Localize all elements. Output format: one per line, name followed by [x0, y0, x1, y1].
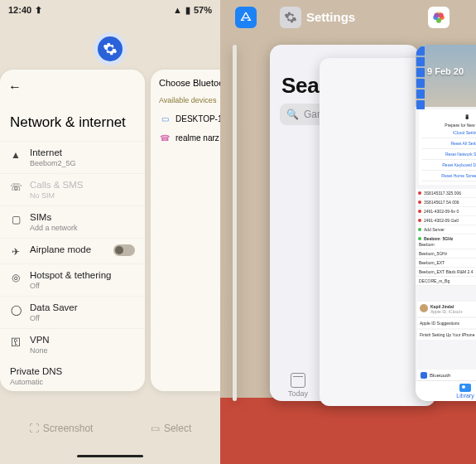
list-item[interactable]: 3S8145317.325.006: [416, 189, 476, 198]
row-label: Hotspot & tethering: [30, 270, 135, 280]
task-photos[interactable]: 9 Feb 20 📱 Prepare for New iPhone iCloud…: [416, 45, 476, 401]
wifi-item[interactable]: Beebom_5GHz: [416, 249, 476, 259]
wifi-item[interactable]: Beebom_EXT Black R&M 2.4: [416, 268, 476, 277]
recents-actions: ⛶ Screenshot ▭ Select: [0, 423, 220, 434]
row-private-dns[interactable]: Private DNS Automatic: [0, 360, 145, 391]
wifi-icon: ▲: [10, 149, 22, 161]
bluetooth-row[interactable]: Bluetooth: [417, 370, 476, 381]
wifi-address-list: 3S8145317.325.006 3S8145617.5A 006 2491-…: [416, 189, 476, 244]
status-time: 12:40: [8, 5, 31, 15]
bt-header: Choose Bluetooth: [159, 78, 220, 88]
row-sub: None: [30, 346, 135, 355]
bt-device[interactable]: ☎ realme narz: [159, 128, 220, 147]
select-icon: ▭: [151, 423, 160, 434]
settings-label: Settings: [306, 10, 355, 24]
upload-icon: ⬆: [35, 5, 42, 16]
row-label: Airplane mode: [30, 244, 105, 254]
row-calls-sms[interactable]: ☏ Calls & SMS No SIM: [0, 173, 145, 205]
gear-icon: [284, 11, 297, 24]
battery-icon: ▮: [185, 5, 190, 16]
avatar: [420, 304, 428, 312]
row-label: VPN: [30, 335, 135, 345]
wifi-item[interactable]: DECORE_rs_Bg: [416, 277, 476, 286]
photos-app-icon[interactable]: [428, 7, 450, 28]
network-internet-card[interactable]: ← Network & internet ▲ Internet Beebom2_…: [0, 70, 145, 391]
row-internet[interactable]: ▲ Internet Beebom2_5G: [0, 141, 145, 173]
list-item[interactable]: 2491-4302-09.Ge0: [416, 216, 476, 225]
wifi-icon: ▲: [173, 5, 182, 15]
row-label: Calls & SMS: [30, 180, 135, 190]
calendar-icon: [291, 373, 305, 388]
bt-device-name: DESKTOP-1: [175, 114, 220, 123]
android-screen: 12:40 ⬆ ▲ ▮ 57% ← Network & internet ▲ I…: [0, 0, 220, 464]
row-label: Private DNS: [10, 366, 135, 376]
select-button[interactable]: ▭ Select: [151, 423, 191, 434]
wifi-item[interactable]: Beebom: [416, 240, 476, 249]
list-item[interactable]: Add Server: [416, 225, 476, 234]
today-label: Today: [288, 389, 308, 398]
row-sub: Add a network: [30, 224, 135, 232]
bluetooth-card[interactable]: Choose Bluetooth Available devices ▭ DES…: [151, 70, 220, 391]
row-sub: Automatic: [10, 378, 135, 386]
library-tab[interactable]: Library: [416, 380, 476, 401]
data-saver-icon: ◯: [10, 304, 22, 316]
phone-icon: ☎: [159, 133, 171, 143]
screenshot-icon: ⛶: [29, 423, 39, 434]
library-label: Library: [456, 393, 474, 399]
gear-icon: [103, 41, 118, 56]
bt-available-label: Available devices: [159, 96, 220, 104]
apple-id-suggestions[interactable]: Apple ID Suggestions: [417, 318, 476, 328]
row-sub: Off: [30, 314, 135, 322]
reset-link[interactable]: Reset Home Screen Layout: [422, 171, 476, 181]
row-label: SIMs: [30, 212, 135, 222]
hotspot-icon: ◎: [10, 272, 22, 283]
today-tab[interactable]: Today: [288, 373, 308, 398]
row-data-saver[interactable]: ◯ Data Saver Off: [0, 296, 145, 328]
airplane-icon: ✈: [10, 246, 22, 258]
library-icon: [459, 384, 471, 392]
airplane-toggle[interactable]: [113, 244, 135, 256]
profile-row[interactable]: Kapil Jindal Apple ID, iCloud+: [417, 302, 476, 317]
appstore-app-icon[interactable]: [235, 7, 257, 28]
svg-point-5: [434, 12, 439, 17]
profile-sub: Apple ID, iCloud+: [430, 309, 463, 314]
wifi-item[interactable]: Beebom_EXT: [416, 259, 476, 268]
row-vpn[interactable]: ⚿ VPN None: [0, 328, 145, 360]
row-sub: No SIM: [30, 191, 135, 200]
screenshot-button[interactable]: ⛶ Screenshot: [29, 423, 94, 434]
prepare-card[interactable]: 📱 Prepare for New iPhone iCloud Settings…: [419, 109, 476, 185]
search-icon: 🔍: [286, 109, 299, 120]
sidebar-mini: [416, 45, 426, 111]
row-sub: Beebom2_5G: [30, 159, 135, 167]
back-arrow-icon[interactable]: ←: [0, 80, 145, 94]
bt-device-name: realme narz: [175, 133, 219, 143]
row-sub: Off: [30, 282, 135, 290]
photo-date: 9 Feb 20: [427, 66, 464, 76]
home-indicator[interactable]: [77, 455, 143, 457]
card-title: Network & internet: [0, 94, 145, 141]
bt-device[interactable]: ▭ DESKTOP-1: [159, 109, 220, 128]
row-sims[interactable]: ▢ SIMs Add a network: [0, 205, 145, 238]
reset-link[interactable]: Reset Network Settings: [422, 149, 476, 160]
list-item[interactable]: 3S8145617.5A 006: [416, 198, 476, 207]
row-hotspot[interactable]: ◎ Hotspot & tethering Off: [0, 263, 145, 296]
reset-link[interactable]: Reset All Settings: [422, 138, 476, 149]
settings-app-icon[interactable]: [98, 36, 123, 61]
finish-setup[interactable]: Finish Setting Up Your iPhone: [417, 330, 476, 340]
sim-icon: ▢: [10, 214, 22, 225]
row-label: Data Saver: [30, 302, 135, 312]
battery-pct: 57%: [194, 5, 212, 15]
phone-icon: ☏: [10, 181, 22, 193]
row-airplane[interactable]: ✈ Airplane mode: [0, 238, 145, 263]
list-item[interactable]: 2491-4302-09-9v 0: [416, 207, 476, 216]
settings-app-icon[interactable]: [280, 7, 301, 28]
task-appstore[interactable]: [233, 45, 237, 401]
vpn-icon: ⚿: [10, 336, 22, 348]
reset-link[interactable]: iCloud Settings: [422, 128, 476, 138]
appstore-icon: [239, 11, 252, 24]
svg-point-4: [439, 12, 444, 17]
reset-link[interactable]: Reset Keyboard Dictionary: [422, 160, 476, 171]
status-bar: 12:40 ⬆ ▲ ▮ 57%: [0, 0, 220, 20]
photos-flower-icon: [431, 10, 446, 25]
ios-screen: Settings Search 🔍 Gam Today 9 Feb 20 📱: [220, 0, 476, 464]
